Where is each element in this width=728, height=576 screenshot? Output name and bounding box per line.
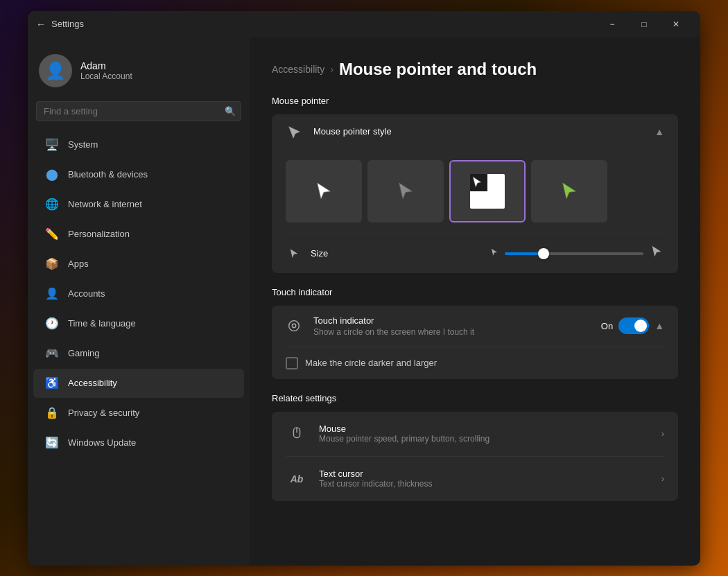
personalization-icon: ✏️ [44,227,60,242]
sidebar-item-update[interactable]: 🔄 Windows Update [33,428,244,457]
text-cursor-subtitle: Text cursor indicator, thickness [319,479,650,489]
svg-point-0 [289,321,300,331]
checkbox-label: Make the circle darker and larger [305,358,437,368]
touch-indicator-toggle-label: On [601,321,613,331]
related-settings-title: Related settings [272,393,678,403]
svg-point-1 [292,324,296,328]
window-controls: − □ ✕ [596,13,692,35]
mouse-title: Mouse [319,424,650,434]
touch-indicator-card: Touch indicator Show a circle on the scr… [272,306,678,379]
search-input[interactable] [36,101,241,121]
touch-indicator-section-title: Touch indicator [272,287,678,297]
size-slider[interactable] [505,252,643,255]
slider-track [505,252,643,255]
window-title: Settings [51,19,84,29]
user-info: Adam Local Account [80,60,132,81]
sidebar-item-label-privacy: Privacy & security [68,408,139,418]
pointer-style-expand-btn[interactable]: ▲ [655,126,664,137]
cursor-style-white[interactable] [286,160,362,222]
search-box: 🔍 [36,101,241,121]
gaming-icon: 🎮 [44,346,60,361]
sidebar-item-privacy[interactable]: 🔒 Privacy & security [33,399,244,428]
cursor-style-custom[interactable] [531,160,607,222]
sidebar-item-label-system: System [68,139,98,150]
toggle-thumb [634,320,647,332]
sidebar: 👤 Adam Local Account 🔍 🖥️ System ⬤ [28,37,250,566]
user-role: Local Account [80,71,132,81]
user-profile[interactable]: 👤 Adam Local Account [28,43,250,101]
touch-indicator-expand-btn[interactable]: ▲ [655,320,664,331]
sidebar-item-label-time: Time & language [68,318,136,329]
restore-button[interactable]: □ [628,13,660,35]
mouse-icon [286,423,308,445]
pointer-style-title: Mouse pointer style [313,126,643,137]
main-content: Accessibility › Mouse pointer and touch … [250,37,700,566]
size-controls [489,244,664,263]
touch-indicator-action: On ▲ [601,317,664,334]
touch-indicator-icon [286,318,302,333]
darker-circle-checkbox[interactable] [286,357,298,369]
text-cursor-title: Text cursor [319,469,650,479]
sidebar-item-gaming[interactable]: 🎮 Gaming [33,339,244,368]
sidebar-item-label-personalization: Personalization [68,229,130,239]
pointer-style-row[interactable]: Mouse pointer style ▲ [272,114,678,149]
text-cursor-chevron-icon: › [661,473,664,484]
sidebar-item-bluetooth[interactable]: ⬤ Bluetooth & devices [33,160,244,189]
sidebar-item-label-bluetooth: Bluetooth & devices [68,169,148,180]
cursor-style-inverted[interactable] [449,160,526,222]
sidebar-item-label-update: Windows Update [68,437,136,448]
large-cursor-icon [649,244,664,263]
sidebar-item-time[interactable]: 🕐 Time & language [33,309,244,338]
sidebar-item-apps[interactable]: 📦 Apps [33,250,244,279]
back-icon[interactable]: ← [36,19,46,30]
text-cursor-content: Text cursor Text cursor indicator, thick… [319,469,650,489]
sidebar-item-label-network: Network & internet [68,199,142,209]
sidebar-item-accessibility[interactable]: ♿ Accessibility [33,369,244,398]
touch-indicator-title: Touch indicator [313,315,590,326]
sidebar-item-label-gaming: Gaming [68,348,100,358]
minimize-button[interactable]: − [596,13,628,35]
sidebar-nav: 🖥️ System ⬤ Bluetooth & devices 🌐 Networ… [28,130,250,458]
accounts-icon: 👤 [44,286,60,302]
text-cursor-icon: Ab [286,468,308,490]
mouse-pointer-style-card: Mouse pointer style ▲ [272,114,678,273]
related-text-cursor-row[interactable]: Ab Text cursor Text cursor indicator, th… [272,457,678,501]
user-name: Adam [80,60,132,71]
sidebar-item-network[interactable]: 🌐 Network & internet [33,190,244,219]
related-mouse-row[interactable]: Mouse Mouse pointer speed, primary butto… [272,412,678,456]
close-button[interactable]: ✕ [660,13,692,35]
pointer-style-icon [286,124,302,139]
sidebar-item-accounts[interactable]: 👤 Accounts [33,279,244,308]
inverted-cursor-display [470,174,505,209]
pointer-style-content: Mouse pointer style [313,126,643,137]
touch-indicator-toggle[interactable] [618,317,649,334]
time-icon: 🕐 [44,316,60,331]
mouse-subtitle: Mouse pointer speed, primary button, scr… [319,434,650,444]
update-icon: 🔄 [44,435,60,451]
touch-indicator-row: Touch indicator Show a circle on the scr… [272,306,678,347]
apps-icon: 📦 [44,256,60,272]
cursor-style-dark[interactable] [367,160,444,222]
system-icon: 🖥️ [44,137,60,152]
sidebar-item-label-accessibility: Accessibility [68,378,117,388]
title-bar: ← Settings − □ ✕ [28,11,700,37]
sidebar-item-label-accounts: Accounts [68,288,105,299]
size-icon [286,247,302,260]
size-label: Size [311,248,481,259]
related-settings-card: Mouse Mouse pointer speed, primary butto… [272,412,678,501]
mouse-pointer-section-title: Mouse pointer [272,96,678,106]
network-icon: 🌐 [44,197,60,212]
breadcrumb: Accessibility › Mouse pointer and touch [272,60,678,79]
mouse-chevron-icon: › [661,428,664,439]
touch-indicator-subtitle: Show a circle on the screen where I touc… [313,327,590,337]
pointer-style-options [272,149,678,234]
slider-thumb[interactable] [538,248,549,259]
sidebar-item-system[interactable]: 🖥️ System [33,130,244,159]
search-icon: 🔍 [225,106,236,116]
breadcrumb-parent[interactable]: Accessibility [272,64,324,75]
size-row: Size [272,234,678,273]
accessibility-icon: ♿ [44,376,60,391]
mouse-content: Mouse Mouse pointer speed, primary butto… [319,424,650,444]
sidebar-item-personalization[interactable]: ✏️ Personalization [33,220,244,249]
checkbox-row[interactable]: Make the circle darker and larger [272,347,678,379]
